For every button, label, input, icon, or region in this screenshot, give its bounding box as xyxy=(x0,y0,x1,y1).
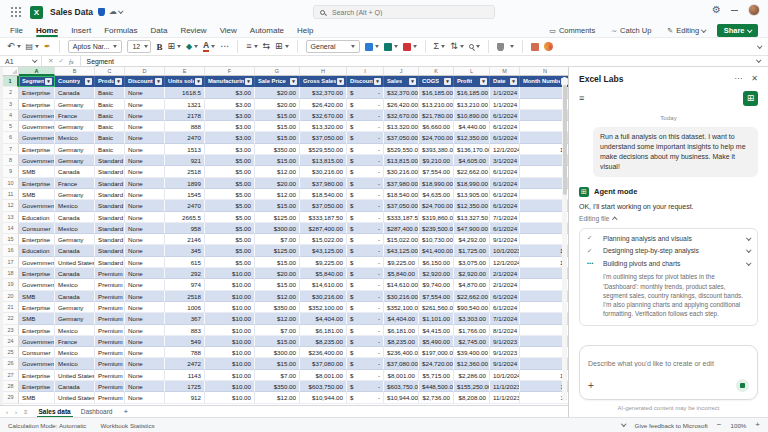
cell-C19[interactable]: Premium xyxy=(95,279,125,290)
app-launcher-icon[interactable] xyxy=(10,6,22,18)
formula-input[interactable]: Segment xyxy=(81,58,757,65)
cell-L6[interactable]: $12,350.00 xyxy=(454,132,490,143)
cell-K9[interactable]: $7,554.00 xyxy=(419,166,454,177)
row-number[interactable]: 6 xyxy=(3,132,19,143)
cell-E21[interactable]: 1006 xyxy=(165,302,205,313)
cell-J21[interactable]: $352,100.00 xyxy=(384,302,419,313)
zoom-level[interactable]: 100% xyxy=(731,422,747,429)
row-number[interactable]: 17 xyxy=(3,257,19,268)
cell-A12[interactable]: Government xyxy=(19,200,55,211)
paste-button[interactable]: ▤ xyxy=(26,43,40,51)
cell-L21[interactable]: $90,540.00 xyxy=(454,302,490,313)
cell-H7[interactable]: $529,550.00 xyxy=(300,144,347,155)
cell-H8[interactable]: $13,815.00 xyxy=(300,155,347,166)
insert-function-icon[interactable]: fx xyxy=(69,58,74,65)
cell-B21[interactable]: Germany xyxy=(55,302,95,313)
cell-G23[interactable]: $7.00 xyxy=(255,325,300,336)
cell-D16[interactable]: None xyxy=(125,245,165,256)
cell-E8[interactable]: 921 xyxy=(165,155,205,166)
cell-J12[interactable]: $37,050.00 xyxy=(384,200,419,211)
row-number[interactable]: 7 xyxy=(3,144,19,155)
cell-F24[interactable]: $10.00 xyxy=(205,336,255,347)
cell-M26[interactable]: 9/1/2024 xyxy=(490,358,520,369)
menu-tab-insert[interactable]: Insert xyxy=(71,24,91,37)
cell-D18[interactable]: None xyxy=(125,268,165,279)
cell-K12[interactable]: $24,700.00 xyxy=(419,200,454,211)
cell-A20[interactable]: SMB xyxy=(19,291,55,302)
cell-E13[interactable]: 2665.5 xyxy=(165,212,205,223)
row-number[interactable]: 9 xyxy=(3,166,19,177)
cell-K14[interactable]: $239,500.00 xyxy=(419,223,454,234)
cell-G6[interactable]: $15.00 xyxy=(255,132,300,143)
cell-G24[interactable]: $15.00 xyxy=(255,336,300,347)
cell-L18[interactable]: $2,920.00 xyxy=(454,268,490,279)
row-number[interactable]: 27 xyxy=(3,370,19,381)
cell-G9[interactable]: $12.00 xyxy=(255,166,300,177)
cell-H22[interactable]: $4,404.00 xyxy=(300,313,347,324)
cell-E11[interactable]: 1545 xyxy=(165,189,205,200)
agent-step[interactable]: •••Building pivots and charts xyxy=(587,260,750,267)
cell-N18[interactable]: 2 xyxy=(520,268,568,279)
cell-D27[interactable]: None xyxy=(125,370,165,381)
new-chat-button[interactable]: ⊞ xyxy=(743,91,758,106)
cell-I22[interactable]: $- xyxy=(347,313,384,324)
cell-H27[interactable]: $8,001.00 xyxy=(300,370,347,381)
cell-A16[interactable]: Education xyxy=(19,245,55,256)
cell-H19[interactable]: $14,610.00 xyxy=(300,279,347,290)
cell-A24[interactable]: Government xyxy=(19,336,55,347)
user-avatar[interactable] xyxy=(748,4,760,16)
header-cell-cogs[interactable]: COGS▾ xyxy=(419,76,454,87)
cell-E3[interactable]: 1321 xyxy=(165,99,205,110)
cell-G4[interactable]: $15.00 xyxy=(255,110,300,121)
row-number[interactable]: 29 xyxy=(3,392,19,403)
row-number[interactable]: 11 xyxy=(3,189,19,200)
header-cell-gross-sales[interactable]: Gross Sales▾ xyxy=(300,76,347,87)
catch-up-button[interactable]: ∼Catch Up xyxy=(606,25,656,36)
cell-E6[interactable]: 2470 xyxy=(165,132,205,143)
cell-I14[interactable]: $- xyxy=(347,223,384,234)
cell-M27[interactable]: 10/1/2024 xyxy=(490,370,520,381)
cell-F6[interactable]: $3.00 xyxy=(205,132,255,143)
cancel-entry-icon[interactable]: ✕ xyxy=(48,57,53,65)
cell-J28[interactable]: $603,750.00 xyxy=(384,381,419,392)
font-size-select[interactable]: 12 xyxy=(127,40,151,53)
excel-logo-icon[interactable]: X xyxy=(30,6,43,19)
cell-I18[interactable]: $- xyxy=(347,268,384,279)
cell-D9[interactable]: None xyxy=(125,166,165,177)
cell-A2[interactable]: Enterprise xyxy=(19,87,55,98)
cell-I2[interactable]: $- xyxy=(347,87,384,98)
fill-color-button[interactable]: ◆ xyxy=(186,43,198,51)
cell-F18[interactable]: $10.00 xyxy=(205,268,255,279)
cell-E19[interactable]: 974 xyxy=(165,279,205,290)
cell-G15[interactable]: $7.00 xyxy=(255,234,300,245)
header-cell-segment[interactable]: Segment▾ xyxy=(19,76,55,87)
cell-H21[interactable]: $352,100.00 xyxy=(300,302,347,313)
cell-F25[interactable]: $10.00 xyxy=(205,347,255,358)
cell-F5[interactable]: $3.00 xyxy=(205,121,255,132)
cell-B18[interactable]: Canada xyxy=(55,268,95,279)
column-header-B[interactable]: B xyxy=(55,67,95,76)
cell-I5[interactable]: $- xyxy=(347,121,384,132)
row-number[interactable]: 16 xyxy=(3,245,19,256)
row-number[interactable]: 2 xyxy=(3,87,19,98)
settings-gear-icon[interactable]: ⚙ xyxy=(712,5,721,15)
cell-J17[interactable]: $9,225.00 xyxy=(384,257,419,268)
cell-N23[interactable]: 8 xyxy=(520,325,568,336)
cell-D5[interactable]: None xyxy=(125,121,165,132)
header-cell-units-sold[interactable]: Units sold▾ xyxy=(165,76,205,87)
number-format-select[interactable]: General xyxy=(306,40,360,53)
sensitivity-button[interactable] xyxy=(497,43,514,51)
column-header-J[interactable]: J xyxy=(384,67,419,76)
cell-C2[interactable]: Basic xyxy=(95,87,125,98)
cell-E29[interactable]: 912 xyxy=(165,392,205,403)
cell-F14[interactable]: $5.00 xyxy=(205,223,255,234)
cell-F8[interactable]: $5.00 xyxy=(205,155,255,166)
cell-B19[interactable]: Mexico xyxy=(55,279,95,290)
cell-C22[interactable]: Premium xyxy=(95,313,125,324)
cell-M16[interactable]: 10/1/2023 xyxy=(490,245,520,256)
cell-I13[interactable]: $- xyxy=(347,212,384,223)
wrap-text-button[interactable]: ⇆ xyxy=(263,42,271,51)
cell-M15[interactable]: 9/1/2024 xyxy=(490,234,520,245)
cell-C25[interactable]: Premium xyxy=(95,347,125,358)
cell-B22[interactable]: Germany xyxy=(55,313,95,324)
